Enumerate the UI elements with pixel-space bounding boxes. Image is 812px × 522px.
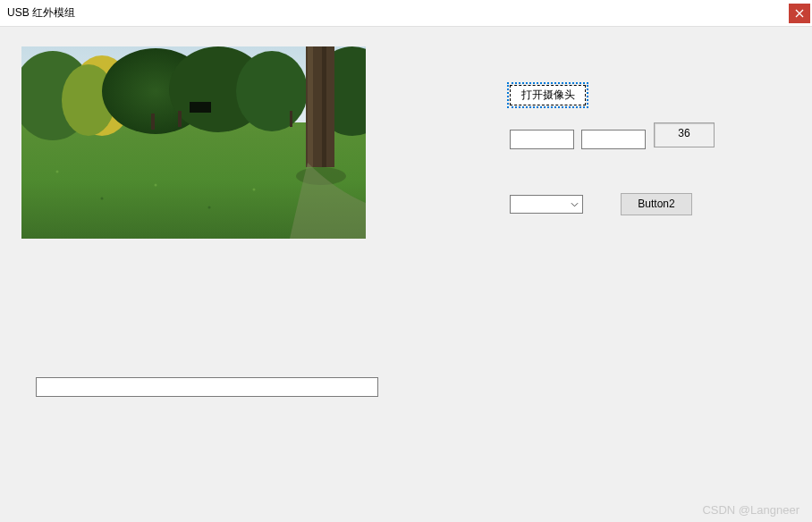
svg-rect-13 bbox=[322, 46, 326, 167]
svg-rect-18 bbox=[190, 102, 211, 113]
form-body: 打开摄像头 36 Button2 CSDN @Langneer bbox=[0, 27, 812, 522]
status-textbox[interactable] bbox=[36, 377, 378, 397]
chevron-down-icon bbox=[566, 196, 582, 213]
combobox[interactable] bbox=[510, 195, 583, 214]
svg-rect-17 bbox=[290, 111, 292, 127]
svg-point-9 bbox=[236, 51, 308, 131]
textbox-1[interactable] bbox=[510, 130, 574, 149]
svg-rect-12 bbox=[308, 46, 313, 167]
titlebar: USB 红外模组 bbox=[0, 0, 812, 27]
close-icon bbox=[795, 9, 804, 18]
svg-rect-16 bbox=[178, 111, 182, 127]
svg-point-19 bbox=[56, 171, 59, 173]
numeric-display: 36 bbox=[654, 122, 715, 147]
textbox-2[interactable] bbox=[581, 130, 646, 149]
svg-point-21 bbox=[155, 184, 157, 187]
window-title: USB 红外模组 bbox=[7, 5, 75, 21]
watermark-text: CSDN @Langneer bbox=[702, 503, 799, 517]
svg-rect-15 bbox=[151, 114, 155, 130]
svg-point-22 bbox=[208, 206, 211, 209]
camera-picturebox bbox=[21, 46, 366, 239]
svg-point-20 bbox=[101, 198, 104, 200]
open-camera-button[interactable]: 打开摄像头 bbox=[510, 85, 586, 105]
svg-point-23 bbox=[253, 189, 256, 191]
button2[interactable]: Button2 bbox=[621, 193, 692, 215]
close-button[interactable] bbox=[789, 4, 810, 23]
